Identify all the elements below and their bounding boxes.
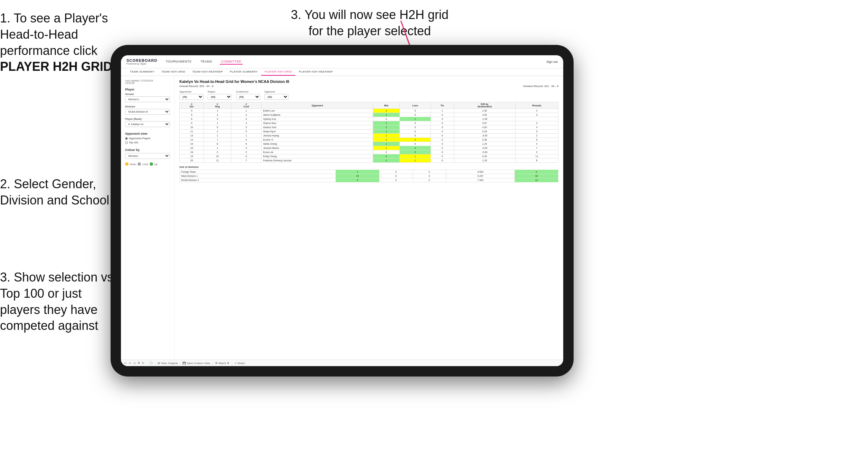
nav-bar: SCOREBOARD Powered by clippd TOURNAMENTS… (121, 55, 563, 68)
main-content: Last Updated: 27/03/2024 16:55:38 Player… (121, 76, 563, 360)
table-row: 1125Heejo Hyun1003.333 (180, 130, 558, 134)
division-record: Division Record: 331 - 34 - 6 (523, 85, 558, 88)
sub-nav: TEAM SUMMARY TEAM H2H GRID TEAM H2H HEAT… (121, 68, 563, 76)
table-row: 19106Emily Chang4100.3011 (180, 154, 558, 159)
table-row: 522Alexis Sudjianto1004.003 (180, 113, 558, 117)
undo-btn[interactable]: ↩ (124, 362, 127, 365)
legend-dot-level (138, 162, 141, 166)
out-of-division-title: Out of division (179, 165, 558, 169)
overall-record: Overall Record: 353 - 34 - 6 (179, 85, 214, 88)
colour-by-select[interactable]: Win/loss (125, 153, 170, 159)
conference-filter-label: Conference (236, 90, 260, 93)
undo2-btn[interactable]: ↩ (129, 362, 131, 365)
save-custom-btn[interactable]: 💾 Save Custom View (182, 362, 210, 365)
colour-by-section: Colour by Win/loss Down Level Up (125, 148, 170, 166)
instruction-step1: 1. To see a Player's Head-to-Head perfor… (0, 10, 114, 75)
nav-committee[interactable]: COMMITTEE (220, 59, 243, 65)
col-conf: #Conf (231, 102, 262, 109)
division-label: Division (125, 105, 170, 108)
tablet-device: SCOREBOARD Powered by clippd TOURNAMENTS… (111, 45, 574, 377)
player-rank-label: Player (Rank) (125, 117, 170, 121)
bottom-toolbar: ↩ ↩ ↪ ⧉ ↻ | 🕐 | ⊞ View: Original | 💾 Sav… (121, 360, 563, 366)
copy-btn[interactable]: ⧉ (138, 361, 140, 365)
last-updated: Last Updated: 27/03/2024 16:55:38 (125, 79, 170, 84)
radio-top100[interactable]: Top 100 (125, 141, 170, 144)
redo-btn[interactable]: ↪ (133, 362, 136, 365)
opponents-filter-label: Opponents: (179, 90, 204, 93)
sub-nav-player-h2h-heatmap[interactable]: PLAYER H2H HEATMAP (295, 68, 337, 76)
col-loss: Loss (400, 102, 431, 109)
legend-dot-down (125, 162, 129, 166)
table-row: Foreign Team1004.5002 (180, 170, 558, 174)
table-row: 1585Stella Cheng1001.254 (180, 142, 558, 146)
table-row: 1613Jessica Mason120-0.947 (180, 146, 558, 150)
opponent-filter: Opponent (All) (264, 90, 289, 100)
watch-btn[interactable]: 👁 Watch ▼ (215, 362, 229, 365)
view-original-btn[interactable]: ⊞ View: Original (158, 362, 178, 365)
colour-by-title: Colour by (125, 148, 170, 152)
right-content: Katelyn Vo Head-to-Head Grid for Women's… (174, 76, 563, 360)
region-filter-select[interactable]: (All) (208, 94, 232, 100)
region-filter-label: Region (208, 90, 232, 93)
sign-out-link[interactable]: Sign out (546, 60, 558, 64)
radio-dot-top100 (125, 141, 128, 144)
record-row: Overall Record: 353 - 34 - 6 Division Re… (179, 85, 558, 88)
opponents-filter-select[interactable]: (All) (179, 94, 204, 100)
radio-opponents-played[interactable]: Opponents Played (125, 137, 170, 140)
table-row: 311Esther Lee1011.504 (180, 109, 558, 113)
refresh-btn[interactable]: ↻ (142, 362, 144, 365)
col-tie: Tie (431, 102, 454, 109)
instruction-step3-bottom: 3. Show selection vs Top 100 or just pla… (0, 269, 114, 334)
region-filter: Region (All) (208, 90, 232, 100)
division-select[interactable]: NCAA Division III NCAA Division I NCAA D… (125, 109, 170, 115)
legend-label-down: Down (130, 163, 136, 165)
col-win: Win (373, 102, 399, 109)
table-row: 1063Andrea York2004.004 (180, 125, 558, 130)
table-row: 1822Euna Lee030-5.002 (180, 150, 558, 154)
legend-dot-up (150, 162, 153, 166)
legend-label-level: Level (142, 163, 148, 165)
legend-label-up: Up (154, 163, 158, 165)
table-row: 1311Jessica Huang100-3.002 (180, 134, 558, 138)
opponent-filter-select[interactable]: (All) (264, 94, 289, 100)
opponent-view-section: Opponent view Opponents Played Top 100 (125, 132, 170, 144)
col-div: #Div (180, 102, 204, 109)
opponent-view-title: Opponent view (125, 132, 170, 135)
instruction-step2: 2. Select Gender, Division and School (0, 176, 114, 209)
sub-nav-team-summary[interactable]: TEAM SUMMARY (126, 68, 158, 76)
tablet-screen: SCOREBOARD Powered by clippd TOURNAMENTS… (121, 55, 563, 366)
gender-select[interactable]: Women's Men's (125, 96, 170, 102)
h2h-table: #Div #Reg #Conf Opponent Win Loss Tie Di… (179, 102, 558, 163)
logo-sub: Powered by clippd (126, 63, 157, 65)
sub-nav-player-h2h-grid[interactable]: PLAYER H2H GRID (261, 68, 295, 76)
clock-btn[interactable]: 🕐 (149, 362, 153, 365)
col-reg: #Reg (204, 102, 231, 109)
opponents-filter: Opponents: (All) (179, 90, 204, 100)
table-row: 633Sydney Kuo010-1.00 (180, 117, 558, 121)
left-panel: Last Updated: 27/03/2024 16:55:38 Player… (121, 76, 174, 360)
player-rank-select[interactable]: 8. Katelyn Vo (125, 121, 170, 127)
grid-title: Katelyn Vo Head-to-Head Grid for Women's… (179, 79, 558, 84)
nav-tournaments[interactable]: TOURNAMENTS (164, 59, 193, 65)
gender-label: Gender (125, 93, 170, 96)
col-diff: Diff AvStrokes/Rnd (454, 102, 515, 109)
col-rounds: Rounds (515, 102, 558, 109)
player-section-title: Player (125, 88, 170, 91)
sub-nav-team-h2h-heatmap[interactable]: TEAM H2H HEATMAP (189, 68, 226, 76)
nav-teams[interactable]: TEAMS (199, 59, 214, 65)
radio-dot-opponents (125, 137, 128, 140)
sub-nav-team-h2h-grid[interactable]: TEAM H2H GRID (158, 68, 189, 76)
conference-filter: Conference (All) (236, 90, 260, 100)
table-row: 20117Federica Domecq Lacroze2101.336 (180, 159, 558, 163)
nav-items: TOURNAMENTS TEAMS COMMITTEE (164, 59, 546, 65)
sub-nav-player-summary[interactable]: PLAYER SUMMARY (226, 68, 261, 76)
table-row: NAIA Division 115009.26730 (180, 174, 558, 178)
table-row: 914Sharon Mun1003.673 (180, 121, 558, 125)
table-row: NCAA Division 25007.40010 (180, 178, 558, 182)
nav-right: Sign out (546, 60, 558, 64)
logo-text: SCOREBOARD (126, 58, 157, 63)
table-row: 1474Eunice Yi2200.389 (180, 138, 558, 142)
share-btn[interactable]: ↗ Share (234, 362, 245, 365)
instruction-step3-top: 3. You will now see H2H grid for the pla… (283, 7, 456, 39)
conference-filter-select[interactable]: (All) (236, 94, 260, 100)
